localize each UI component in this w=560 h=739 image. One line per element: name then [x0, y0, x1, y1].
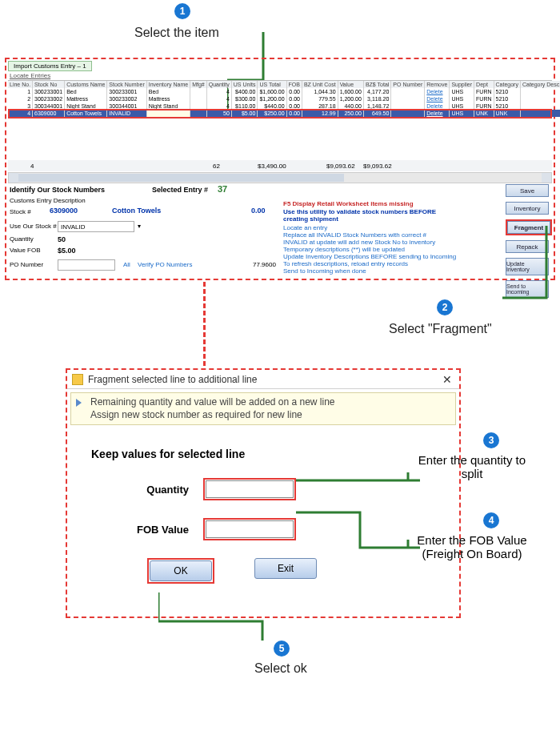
stock-hash-label: Stock #: [10, 208, 31, 215]
quantity-label: Quantity: [10, 235, 34, 243]
identify-header: Identify Our Stock Numbers: [10, 186, 105, 194]
note-validate: Use this utility to validate stock numbe…: [283, 208, 443, 223]
quantity-value: 50: [58, 235, 66, 243]
delete-link[interactable]: Delete: [426, 96, 442, 102]
hint-line1: Remaining quantity and value will be add…: [90, 396, 450, 409]
step2-label: Select "Fragment": [389, 322, 492, 336]
delete-link[interactable]: Delete: [426, 89, 442, 94]
customs-name-value: Cotton Towels: [112, 207, 161, 215]
note-refresh: To refresh descriptions, reload entry re…: [283, 260, 408, 267]
step1-badge: 1: [174, 3, 190, 19]
window-tab[interactable]: Import Customs Entry – 1: [8, 61, 92, 71]
delete-link[interactable]: Delete: [426, 103, 442, 109]
close-icon[interactable]: ✕: [440, 372, 454, 387]
step3-label: Enter the quantity to split: [408, 453, 536, 480]
grid-row[interactable]: 2300233002Mattress 300233002Mattress 4$3…: [8, 95, 560, 102]
inventory-button[interactable]: Inventory: [506, 202, 549, 215]
step4-label: Enter the FOB Value (Freight On Board): [408, 533, 536, 560]
dialog-title: Fragment selected line to additional lin…: [88, 374, 257, 385]
scroll-thumb[interactable]: [18, 174, 344, 182]
step4-annotation: 4 Enter the FOB Value (Freight On Board): [408, 512, 536, 560]
ok-button[interactable]: OK: [150, 560, 212, 581]
dlg-fob-label: FOB Value: [91, 524, 203, 536]
step2-annotation: 2 Select "Fragment": [0, 285, 560, 338]
step5-label: Select ok: [254, 661, 307, 676]
step2-badge: 2: [437, 299, 453, 315]
scroll-left-icon[interactable]: [9, 173, 18, 183]
value-fob-value: $5.00: [58, 247, 76, 255]
scroll-right-icon[interactable]: [542, 173, 551, 183]
main-window: Import Customs Entry – 1 Locate Entries …: [5, 58, 555, 280]
side-button-stack: Save Inventory Fragment Repack Update In…: [506, 184, 552, 298]
dlg-quantity-label: Quantity: [91, 484, 203, 496]
po-number-input[interactable]: [58, 259, 115, 271]
use-stock-label: Use Our Stock #: [10, 223, 57, 230]
caret-icon: [76, 399, 82, 407]
dialog-area: Fragment selected line to additional lin…: [0, 344, 560, 633]
locate-entries-link[interactable]: Locate Entries: [10, 72, 50, 79]
po-number-label: PO Number: [10, 261, 43, 268]
customs-desc-label: Customs Entry Description: [10, 197, 86, 204]
note-replace: Replace all INVALID Stock Numbers with c…: [283, 231, 426, 239]
note-locate: Locate an entry: [283, 224, 327, 231]
step3-badge: 3: [483, 432, 499, 448]
entries-grid[interactable]: Line No.Stock NoCustoms Name Stock Numbe…: [8, 80, 552, 117]
selected-entry-label: Selected Entry #: [152, 186, 208, 194]
fob-display: 0.00: [251, 207, 266, 215]
dropdown-icon[interactable]: ▾: [138, 223, 141, 230]
note-send: Send to Incoming when done: [283, 267, 366, 275]
save-button[interactable]: Save: [506, 184, 549, 197]
dialog-hint: Remaining quantity and value will be add…: [70, 392, 456, 425]
selected-entry-value: 37: [218, 184, 227, 194]
step5-badge: 5: [274, 641, 290, 657]
update-inventory-button[interactable]: Update Inventory: [506, 258, 549, 275]
note-update: Update Inventory Descriptions BEFORE sen…: [283, 253, 456, 260]
grid-totals: 4 62 $3,490.00 $9,093.62 $9,093.62: [8, 160, 552, 171]
step3-annotation: 3 Enter the quantity to split: [408, 432, 536, 480]
dlg-quantity-input[interactable]: [206, 480, 294, 498]
step1-annotation: 1 Select the item: [0, 0, 560, 58]
all-link[interactable]: All: [123, 261, 130, 268]
horizontal-scrollbar[interactable]: [8, 172, 552, 183]
note-invalid: INVALID at update will add new Stock No …: [283, 239, 435, 246]
fragment-dialog: Fragment selected line to additional lin…: [66, 368, 461, 618]
step5-annotation: 5 Select ok: [0, 633, 560, 684]
stock-hash-value: 6309000: [50, 207, 78, 215]
step1-label: Select the item: [134, 26, 219, 40]
value-fob-label: Value FOB: [10, 247, 41, 254]
hint-line2: Assign new stock number as required for …: [90, 409, 450, 422]
grid-row-selected[interactable]: 46309000Cotton Towels INVALID 50$5.00$25…: [8, 110, 560, 117]
use-stock-input[interactable]: [58, 221, 134, 232]
note-f5: F5 Display Retail Worksheet items missin…: [283, 200, 414, 207]
grid-row[interactable]: 3300344001Night Stand 300344001Night Sta…: [8, 102, 560, 110]
repack-button[interactable]: Repack: [506, 240, 549, 253]
dialog-heading: Keep values for selected line: [91, 448, 435, 460]
verify-po-link[interactable]: Verify PO Numbers: [138, 261, 192, 268]
identify-panel: Identify Our Stock Numbers Selected Entr…: [8, 186, 552, 277]
dialog-titlebar: Fragment selected line to additional lin…: [67, 370, 459, 389]
delete-link[interactable]: Delete: [426, 110, 442, 116]
grid-header-row: Line No.Stock NoCustoms Name Stock Numbe…: [8, 81, 560, 88]
dlg-fob-input[interactable]: [206, 520, 294, 538]
note-temp: Temporary descriptions (**) will be upda…: [283, 246, 405, 253]
dialog-icon: [72, 374, 83, 385]
grid-row[interactable]: 1300233001Bed 300233001Bed 4$400.00$1,60…: [8, 88, 560, 95]
exit-button[interactable]: Exit: [254, 558, 317, 579]
step4-badge: 4: [483, 512, 499, 528]
rate-value: 77.9600: [253, 261, 276, 268]
fragment-button[interactable]: Fragment: [507, 221, 550, 234]
